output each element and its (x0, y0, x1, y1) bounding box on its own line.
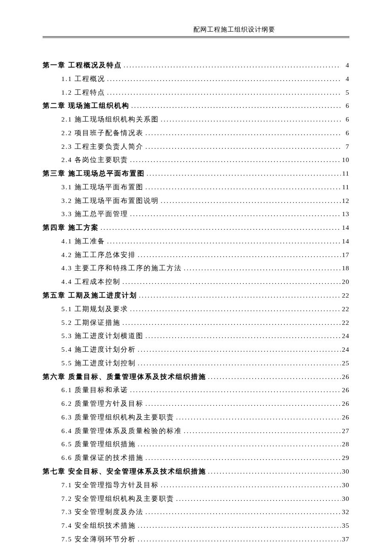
toc-leader-dots (144, 126, 341, 140)
toc-leader-dots (105, 234, 341, 248)
toc-entry-page: 10 (341, 153, 349, 167)
toc-chapter-row: 第一章 工程概况及特点4 (43, 58, 349, 72)
toc-leader-dots (144, 140, 341, 153)
toc-entry-label: 5.3 施工进度计划横道图 (61, 329, 144, 343)
toc-entry-page: 32 (341, 505, 349, 519)
toc-entry-page: 20 (341, 275, 349, 289)
toc-sub-row: 5.1 工期规划及要求22 (43, 302, 349, 316)
toc-entry-label: 6.2 质量管理方针及目标 (61, 397, 144, 410)
toc-entry-label: 4.2 施工工序总体安排 (61, 248, 136, 262)
toc-entry-label: 4.3 主要工序和特殊工序的施工方法 (61, 261, 182, 275)
toc-leader-dots (128, 302, 341, 316)
toc-leader-dots (206, 370, 341, 384)
header-rule-thin (43, 38, 349, 38)
toc-entry-page: 7 (341, 140, 349, 153)
toc-entry-page: 30 (341, 465, 349, 478)
toc-entry-label: 7.2 安全管理组织机构及主要职责 (61, 492, 174, 506)
toc-entry-page: 14 (341, 234, 349, 248)
toc-entry-page: 30 (341, 478, 349, 492)
toc-entry-label: 第二章 现场施工组织机构 (43, 99, 130, 113)
toc-entry-page: 6 (341, 113, 349, 126)
toc-entry-label: 5.2 工期保证措施 (61, 316, 121, 330)
toc-entry-page: 27 (341, 424, 349, 438)
toc-entry-label: 6.3 质量管理组织机构及主要职责 (61, 410, 174, 424)
toc-entry-page: 5 (341, 86, 349, 99)
table-of-contents: 第一章 工程概况及特点41.1 工程概况41.2 工程特点5第二章 现场施工组织… (43, 58, 349, 546)
toc-entry-page: 22 (341, 316, 349, 330)
toc-entry-label: 第五章 工期及施工进度计划 (43, 289, 137, 302)
toc-leader-dots (128, 383, 341, 397)
toc-leader-dots (136, 519, 341, 532)
toc-chapter-row: 第七章 安全目标、安全管理体系及技术组织措施30 (43, 465, 349, 478)
toc-chapter-row: 第五章 工期及施工进度计划22 (43, 289, 349, 302)
toc-sub-row: 2.4 各岗位主要职责10 (43, 153, 349, 167)
toc-leader-dots (144, 180, 341, 194)
toc-leader-dots (159, 113, 341, 126)
toc-entry-label: 1.2 工程特点 (61, 86, 105, 99)
toc-leader-dots (136, 248, 341, 262)
header-rule-thick (43, 36, 349, 37)
toc-entry-label: 2.1 施工现场组织机构关系图 (61, 113, 159, 126)
toc-sub-row: 6.4 质量管理体系及质量检验的标准27 (43, 424, 349, 438)
toc-entry-page: 12 (341, 194, 349, 208)
toc-entry-label: 7.5 安全薄弱环节分析 (61, 532, 136, 546)
toc-leader-dots (136, 343, 341, 356)
toc-entry-label: 第四章 施工方案 (43, 221, 99, 234)
toc-sub-row: 6.5 质量管理组织措施28 (43, 437, 349, 451)
toc-entry-label: 6.4 质量管理体系及质量检验的标准 (61, 424, 182, 438)
toc-entry-label: 4.1 施工准备 (61, 234, 105, 248)
toc-entry-page: 6 (341, 126, 349, 140)
toc-sub-row: 7.3 安全管理制度及办法32 (43, 505, 349, 519)
toc-leader-dots (144, 397, 341, 410)
toc-entry-label: 3.3 施工总平面管理 (61, 207, 128, 221)
toc-entry-page: 26 (341, 397, 349, 410)
toc-leader-dots (144, 329, 341, 343)
toc-leader-dots (182, 424, 341, 438)
toc-leader-dots (137, 289, 341, 302)
toc-entry-page: 17 (341, 248, 349, 262)
toc-sub-row: 1.2 工程特点5 (43, 86, 349, 99)
toc-sub-row: 1.1 工程概况4 (43, 72, 349, 86)
toc-entry-page: 35 (341, 519, 349, 532)
toc-sub-row: 6.2 质量管理方针及目标26 (43, 397, 349, 410)
toc-sub-row: 7.5 安全薄弱环节分析37 (43, 532, 349, 546)
toc-leader-dots (121, 316, 341, 330)
toc-entry-label: 5.4 施工进度计划分析 (61, 343, 136, 356)
toc-leader-dots (105, 86, 341, 99)
toc-sub-row: 3.3 施工总平面管理13 (43, 207, 349, 221)
toc-leader-dots (122, 58, 341, 72)
toc-leader-dots (206, 465, 341, 478)
running-header: 配网工程施工组织设计纲要 (119, 26, 349, 36)
toc-sub-row: 2.1 施工现场组织机构关系图6 (43, 113, 349, 126)
toc-entry-label: 6.5 质量管理组织措施 (61, 437, 136, 451)
toc-entry-label: 4.4 工程成本控制 (61, 275, 121, 289)
toc-leader-dots (159, 478, 341, 492)
toc-leader-dots (130, 99, 341, 113)
toc-entry-page: 22 (341, 302, 349, 316)
toc-chapter-row: 第四章 施工方案14 (43, 221, 349, 234)
toc-entry-page: 4 (341, 58, 349, 72)
toc-sub-row: 4.3 主要工序和特殊工序的施工方法18 (43, 261, 349, 275)
toc-entry-page: 28 (341, 437, 349, 451)
toc-entry-page: 6 (341, 99, 349, 113)
toc-entry-page: 26 (341, 370, 349, 384)
toc-leader-dots (136, 532, 341, 546)
toc-entry-label: 1.1 工程概况 (61, 72, 105, 86)
toc-entry-label: 2.3 工程主要负责人简介 (61, 140, 144, 153)
toc-sub-row: 2.3 工程主要负责人简介7 (43, 140, 349, 153)
toc-sub-row: 3.1 施工现场平面布置图11 (43, 180, 349, 194)
toc-entry-page: 37 (341, 532, 349, 546)
toc-sub-row: 6.6 质量保证的技术措施29 (43, 451, 349, 465)
toc-entry-label: 5.5 施工进度计划控制 (61, 356, 136, 370)
toc-sub-row: 3.2 施工现场平面布置图说明12 (43, 194, 349, 208)
toc-leader-dots (99, 221, 341, 234)
toc-entry-label: 2.4 各岗位主要职责 (61, 153, 128, 167)
toc-entry-page: 18 (341, 261, 349, 275)
toc-entry-page: 26 (341, 410, 349, 424)
toc-entry-page: 13 (341, 207, 349, 221)
toc-chapter-row: 第六章 质量目标、质量管理体系及技术组织措施26 (43, 370, 349, 384)
toc-entry-label: 2.2 项目班子配备情况表 (61, 126, 144, 140)
toc-leader-dots (145, 167, 341, 180)
toc-entry-page: 30 (341, 492, 349, 506)
toc-sub-row: 4.1 施工准备14 (43, 234, 349, 248)
